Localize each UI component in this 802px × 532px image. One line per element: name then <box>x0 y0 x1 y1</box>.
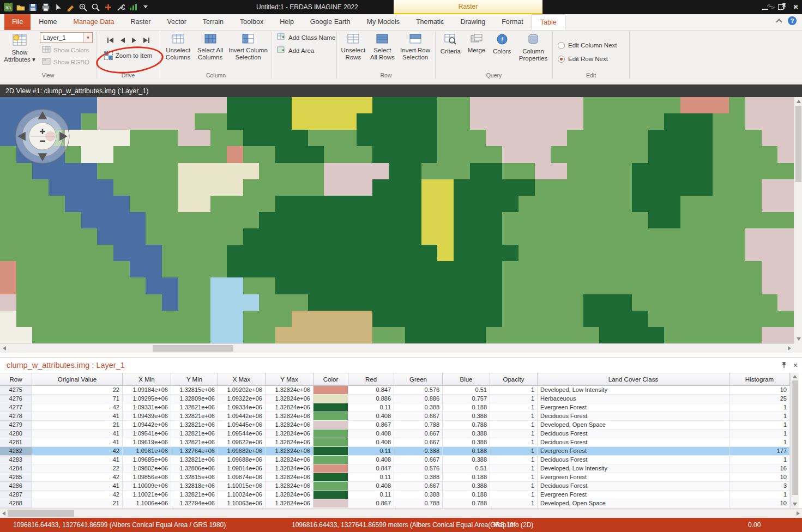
map-cell[interactable] <box>49 245 65 261</box>
tab-thematic[interactable]: Thematic <box>408 14 452 30</box>
cell-class[interactable]: Developed, Low Intensity <box>538 464 729 473</box>
map-cell[interactable] <box>762 261 778 277</box>
map-cell[interactable] <box>195 311 211 327</box>
map-cell[interactable] <box>308 228 324 245</box>
map-cell[interactable] <box>0 294 16 311</box>
map-cell[interactable] <box>97 261 113 277</box>
cell-xmax[interactable]: 1.09445e+06 <box>218 421 266 430</box>
map-cell[interactable] <box>275 97 292 113</box>
map-cell[interactable] <box>697 113 713 130</box>
tab-drawing[interactable]: Drawing <box>452 14 493 30</box>
map-cell[interactable] <box>518 228 535 245</box>
map-cell[interactable] <box>777 179 794 196</box>
map-cell[interactable] <box>97 245 113 261</box>
cell-histogram[interactable]: 10 <box>729 386 790 395</box>
map-cell[interactable] <box>470 228 486 245</box>
cell-ymin[interactable]: 1.32815e+06 <box>171 386 218 395</box>
map-cell[interactable] <box>599 163 616 179</box>
map-cell[interactable] <box>713 294 729 311</box>
map-cell[interactable] <box>777 146 794 162</box>
map-cell[interactable] <box>146 113 162 130</box>
cell-value[interactable]: 41 <box>32 482 123 491</box>
map-cell[interactable] <box>259 212 275 228</box>
cell-xmax[interactable]: 1.09622e+06 <box>218 438 266 447</box>
map-cell[interactable] <box>389 277 405 294</box>
table-row[interactable]: 4277421.09331e+061.32821e+061.09334e+061… <box>0 403 790 412</box>
map-cell[interactable] <box>745 179 762 196</box>
map-cell[interactable] <box>745 277 762 294</box>
map-cell[interactable] <box>195 228 211 245</box>
map-cell[interactable] <box>664 163 680 179</box>
map-cell[interactable] <box>0 245 16 261</box>
map-cell[interactable] <box>713 196 729 212</box>
map-cell[interactable] <box>162 146 178 162</box>
map-cell[interactable] <box>292 163 308 179</box>
map-cell[interactable] <box>632 212 648 228</box>
map-cell[interactable] <box>729 245 745 261</box>
map-cell[interactable] <box>292 130 308 146</box>
map-cell[interactable] <box>49 277 65 294</box>
map-cell[interactable] <box>0 163 16 179</box>
map-cell[interactable] <box>697 146 713 162</box>
map-cell[interactable] <box>583 196 600 212</box>
map-cell[interactable] <box>130 113 146 130</box>
cell-ymin[interactable]: 1.32794e+06 <box>171 499 218 508</box>
map-cell[interactable] <box>421 130 438 146</box>
cell-green[interactable]: 0.667 <box>394 438 443 447</box>
map-cell[interactable] <box>518 97 535 113</box>
map-cell[interactable] <box>729 113 745 130</box>
map-cell[interactable] <box>113 311 130 327</box>
map-cell[interactable] <box>357 245 373 261</box>
map-cell[interactable] <box>502 97 518 113</box>
cell-green[interactable]: 0.388 <box>394 491 443 499</box>
table-row[interactable]: 4287421.10021e+061.32821e+061.10024e+061… <box>0 491 790 499</box>
map-cell[interactable] <box>259 130 275 146</box>
map-cell[interactable] <box>81 97 98 113</box>
tab-format[interactable]: Format <box>493 14 532 30</box>
map-cell[interactable] <box>762 179 778 196</box>
map-cell[interactable] <box>535 212 551 228</box>
cell-opacity[interactable]: 1 <box>490 412 538 421</box>
map-cell[interactable] <box>113 277 130 294</box>
map-cell[interactable] <box>583 163 600 179</box>
map-cell[interactable] <box>454 196 470 212</box>
tools-icon[interactable] <box>116 3 125 12</box>
map-cell[interactable] <box>16 311 33 327</box>
map-cell[interactable] <box>357 277 373 294</box>
cell-histogram[interactable]: 16 <box>729 464 790 473</box>
map-cell[interactable] <box>324 97 340 113</box>
map-cell[interactable] <box>762 294 778 311</box>
map-cell[interactable] <box>535 146 551 162</box>
map-cell[interactable] <box>551 245 567 261</box>
cell-opacity[interactable]: 1 <box>490 482 538 491</box>
map-cell[interactable] <box>195 97 211 113</box>
map-cell[interactable] <box>81 228 98 245</box>
map-cell[interactable] <box>324 146 340 162</box>
map-cell[interactable] <box>777 245 794 261</box>
map-cell[interactable] <box>146 130 162 146</box>
map-cell[interactable] <box>599 311 616 327</box>
map-cell[interactable] <box>567 113 583 130</box>
cell-ymin[interactable]: 1.32821e+06 <box>171 412 218 421</box>
cell-color[interactable] <box>313 395 348 403</box>
map-cell[interactable] <box>486 228 502 245</box>
cell-class[interactable]: Developed, Low Intensity <box>538 386 729 395</box>
print-icon[interactable] <box>41 3 50 12</box>
map-cell[interactable] <box>130 228 146 245</box>
previous-item-button[interactable] <box>119 37 126 44</box>
map-cell[interactable] <box>324 294 340 311</box>
map-cell[interactable] <box>243 179 260 196</box>
cell-xmin[interactable]: 1.1006e+06 <box>123 499 171 508</box>
cell-blue[interactable]: 0.788 <box>443 421 490 430</box>
cell-ymax[interactable]: 1.32824e+06 <box>266 482 313 491</box>
map-cell[interactable] <box>389 163 405 179</box>
map-cell[interactable] <box>437 245 454 261</box>
map-cell[interactable] <box>502 245 518 261</box>
map-cell[interactable] <box>729 277 745 294</box>
cell-ymin[interactable]: 1.32818e+06 <box>171 482 218 491</box>
cell-color[interactable] <box>313 491 348 499</box>
map-cell[interactable] <box>405 113 421 130</box>
column-header-color[interactable]: Color <box>313 373 348 386</box>
map-cell[interactable] <box>648 212 665 228</box>
map-cell[interactable] <box>437 97 454 113</box>
